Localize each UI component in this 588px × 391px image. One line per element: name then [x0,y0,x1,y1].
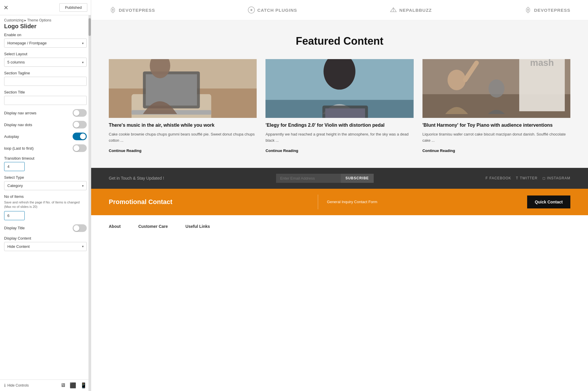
enable-on-select[interactable]: Homepage / Frontpage [4,39,87,48]
promo-divider [318,195,318,209]
loop-toggle[interactable] [73,144,87,152]
select-layout-select[interactable]: 5 columns [4,58,87,67]
display-title-row: Display Title [4,224,87,232]
logo-item-3: NepalbBuzz [389,6,432,14]
featured-card-1-continue[interactable]: Continue Reading [109,148,141,153]
footer-section: About Customer Care Useful Links [91,215,588,240]
instagram-link[interactable]: ◻ INSTAGRAM [542,176,570,180]
select-layout-label: Select Layout [4,52,87,56]
device-icons: 🖥 ⬛ 📱 [60,382,87,389]
display-content-label: Display Content [4,236,87,240]
section-tagline-label: Section Tagline [4,71,87,75]
display-nav-dots-toggle[interactable] [73,121,87,128]
display-title-toggle[interactable] [73,224,87,232]
featured-card-2-continue[interactable]: Continue Reading [265,148,298,153]
featured-content-title: Featured Content [109,35,570,47]
display-content-wrapper: Hide Content ▾ [4,242,87,251]
published-button[interactable]: Published [59,3,87,12]
instagram-icon: ◻ [542,176,546,180]
breadcrumb-customizing[interactable]: Customizing [4,18,24,22]
quick-contact-button[interactable]: Quick Contact [527,195,570,208]
svg-point-21 [488,79,504,98]
section-title-input[interactable] [4,96,87,105]
display-content-select[interactable]: Hide Content [4,242,87,251]
section-tagline-group: Section Tagline [4,71,87,86]
display-nav-arrows-row: Display nav arrows [4,109,87,117]
nav-dots-thumb [74,122,79,128]
nav-dots-track [73,121,87,128]
footer-col-customer-care: Customer Care [138,224,168,232]
select-layout-group: Select Layout 5 columns ▾ [4,52,87,67]
breadcrumb-theme-options[interactable]: Theme Options [27,18,51,22]
transition-timeout-group: Transition timeout [4,156,87,171]
featured-card-3-excerpt: Liquorice tiramisu wafer carrot cake bis… [422,131,570,144]
section-tagline-input[interactable] [4,77,87,86]
logo-text-4: DevotePress [534,8,570,13]
transition-timeout-input[interactable] [4,162,25,171]
subscribe-button[interactable]: SUBSCRIBE [341,174,374,183]
enable-on-select-wrapper: Homepage / Frontpage ▾ [4,39,87,48]
display-nav-dots-label: Display nav dots [4,123,32,127]
devotepress-icon-2 [524,6,532,14]
section-title-group: Section Title [4,90,87,105]
select-type-select[interactable]: Category [4,181,87,190]
logo-text-3: NepalbBuzz [399,8,432,13]
panel-header: ✕ Published [0,0,91,15]
panel-content: Enable on Homepage / Frontpage ▾ Select … [0,33,91,380]
facebook-link[interactable]: f FACEBOOK [485,176,511,180]
mobile-icon[interactable]: 📱 [80,382,87,389]
no-of-items-group: No of Items Save and refresh the page if… [4,194,87,220]
social-links: f FACEBOOK t TWITTER ◻ INSTAGRAM [485,176,570,180]
email-input[interactable] [276,174,341,183]
display-nav-arrows-label: Display nav arrows [4,111,36,115]
select-type-label: Select Type [4,175,87,180]
featured-card-3-image: mash [422,59,570,118]
featured-card-3-continue[interactable]: Continue Reading [422,148,455,153]
autoplay-toggle[interactable] [73,133,87,140]
promo-subtitle: General Inquiry Contact Form [327,199,527,205]
footer-customer-care-title: Customer Care [138,224,168,229]
section-title-field-label: Section Title [4,90,87,94]
svg-point-0 [112,10,113,11]
customizer-panel: ✕ Published Customizing ▸ Theme Options … [0,0,91,391]
autoplay-track [73,133,87,140]
devotepress-icon-1 [109,6,117,14]
logo-text-2: Catch Plugins [257,8,297,13]
twitter-link[interactable]: t TWITTER [516,176,538,180]
display-title-label: Display Title [4,226,25,230]
featured-card-1-title: There's music in the air, whistle while … [109,122,257,128]
promotional-contact-title: Promotional Contact [109,198,309,206]
featured-card-2: 'Elegy for Endings 2.0' for Violin with … [265,59,413,153]
select-layout-select-wrapper: 5 columns ▾ [4,58,87,67]
no-of-items-label: No of Items [4,194,87,199]
footer-useful-links-title: Useful Links [186,224,210,229]
enable-on-label: Enable on [4,33,87,37]
close-button[interactable]: ✕ [4,5,9,11]
featured-card-3-title: 'Blunt Harmony' for Toy Piano with audie… [422,122,570,128]
hide-controls-label: ℹ Hide Controls [4,383,29,388]
featured-card-2-title: 'Elegy for Endings 2.0' for Violin with … [265,122,413,128]
facebook-icon: f [485,176,488,180]
tablet-icon[interactable]: ⬛ [70,382,76,389]
scrollbar-area [88,15,91,391]
display-nav-arrows-toggle[interactable] [73,109,87,117]
scrollbar-thumb[interactable] [88,18,91,36]
nepalbuzz-icon [389,6,397,14]
enable-on-group: Enable on Homepage / Frontpage ▾ [4,33,87,48]
featured-card-1: There's music in the air, whistle while … [109,59,257,153]
select-type-group: Select Type Category ▾ [4,175,87,190]
no-of-items-input[interactable] [4,211,25,220]
logo-text-1: DevotePress [119,8,155,13]
logo-item-2: Catch Plugins [247,6,297,14]
footer-col-about: About [109,224,121,232]
twitter-icon: t [516,176,518,180]
newsletter-text: Get in Touch & Stay Updated ! [109,176,164,181]
desktop-icon[interactable]: 🖥 [60,382,66,389]
loop-track [73,144,87,152]
footer-about-title: About [109,224,121,229]
footer-col-useful-links: Useful Links [186,224,210,232]
autoplay-row: Autoplay [4,133,87,140]
featured-card-1-excerpt: Cake cookie brownie chupa chups gummi be… [109,131,257,144]
loop-label: loop (Last to first) [4,146,34,151]
newsletter-section: Get in Touch & Stay Updated ! SUBSCRIBE … [91,168,588,189]
